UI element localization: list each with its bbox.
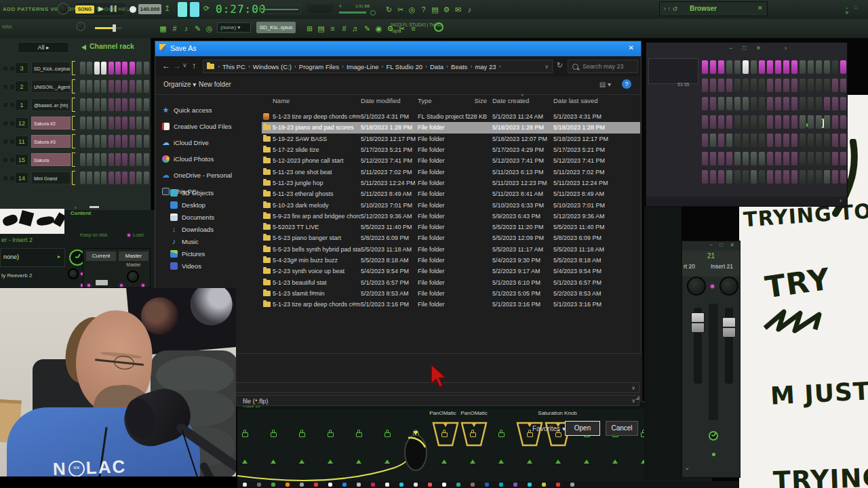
- pattern-cell[interactable]: [743, 97, 749, 110]
- tool-icon-icons-main-7[interactable]: ♪: [464, 3, 475, 16]
- pattern-cell[interactable]: [702, 97, 708, 110]
- file-row[interactable]: 5-1-23 tize arp deep chords c#min5/1/202…: [262, 299, 640, 310]
- sidebar-item-pictures[interactable]: Pictures: [170, 247, 265, 260]
- mixer-knob[interactable]: [127, 270, 139, 283]
- pattern-cell[interactable]: [710, 170, 716, 184]
- taskbar-app-icon[interactable]: [257, 483, 261, 487]
- pattern-cell[interactable]: [767, 79, 773, 92]
- plugin-name[interactable]: ty Reeverb 2: [1, 272, 32, 279]
- file-row[interactable]: 5-5-23 piano banger start5/8/2023 6:09 P…: [262, 232, 640, 243]
- pattern-cell[interactable]: [710, 97, 716, 110]
- pattern-cell[interactable]: [734, 134, 741, 147]
- favorites-button[interactable]: Favorites ▾: [532, 425, 566, 432]
- tool-icon-icons-main-6[interactable]: ✉: [452, 3, 464, 16]
- step-cell[interactable]: [108, 117, 114, 129]
- pattern-cell[interactable]: [808, 134, 814, 147]
- step-cell[interactable]: [122, 117, 127, 129]
- channel-name[interactable]: Sakura #2: [31, 117, 71, 129]
- pattern-cell[interactable]: [743, 170, 749, 184]
- cancel-button[interactable]: Cancel: [606, 421, 638, 436]
- pattern-cell[interactable]: [824, 134, 830, 147]
- step-cell[interactable]: [101, 171, 106, 184]
- column-type[interactable]: Type: [418, 97, 462, 104]
- time-display[interactable]: 0:27:00: [216, 3, 266, 16]
- step-cell[interactable]: [144, 171, 149, 184]
- dialog-close-icon[interactable]: ✕: [629, 44, 634, 52]
- step-cell[interactable]: [87, 80, 92, 93]
- step-cell[interactable]: [115, 171, 121, 184]
- tool-icon-icons-post-6[interactable]: ◉: [373, 22, 384, 35]
- step-cell[interactable]: [94, 153, 100, 166]
- step-cell[interactable]: [80, 153, 85, 166]
- song-mode-toggle[interactable]: SONG: [75, 5, 94, 14]
- step-cell[interactable]: [115, 98, 121, 111]
- step-cell[interactable]: [87, 135, 92, 148]
- tool-icon-icons-main-4[interactable]: ▤: [429, 3, 441, 16]
- step-cell[interactable]: [80, 62, 85, 75]
- pattern-cell[interactable]: [783, 97, 789, 110]
- pattern-cell[interactable]: [734, 170, 741, 184]
- step-cell[interactable]: [115, 62, 121, 75]
- pattern-cell[interactable]: [726, 97, 732, 110]
- step-cell[interactable]: [144, 62, 149, 75]
- volume-slider[interactable]: [95, 27, 122, 29]
- step-cell[interactable]: [101, 135, 106, 148]
- step-cell[interactable]: [144, 117, 149, 129]
- pattern-cell[interactable]: [710, 134, 716, 147]
- tool-icon-icons-post-3[interactable]: #: [338, 22, 350, 35]
- insert-20-label[interactable]: rt 20: [684, 263, 695, 270]
- pattern-cell[interactable]: [840, 170, 846, 184]
- pattern-cell[interactable]: [775, 60, 781, 74]
- tool-icon-icons-post-5[interactable]: ✎: [361, 22, 373, 35]
- step-cell[interactable]: [87, 62, 92, 75]
- pattern-cell[interactable]: [800, 115, 806, 129]
- step-cell[interactable]: [94, 171, 100, 184]
- column-name[interactable]: Name: [273, 97, 361, 104]
- step-cell[interactable]: [136, 171, 142, 184]
- taskbar-app-icon[interactable]: [243, 483, 247, 487]
- pattern-cell[interactable]: [808, 115, 814, 129]
- pattern-cell[interactable]: [726, 170, 732, 184]
- step-cell[interactable]: [144, 80, 149, 93]
- fader-cap-20[interactable]: [691, 312, 705, 333]
- pattern-cell[interactable]: [791, 134, 797, 147]
- mixer-master-label[interactable]: Master: [119, 251, 149, 261]
- pattern-cell[interactable]: [840, 115, 846, 129]
- pattern-cell[interactable]: [759, 115, 765, 129]
- pattern-cell[interactable]: [743, 152, 749, 165]
- mixer-current-label[interactable]: Current: [86, 251, 116, 261]
- taskbar-app-icon[interactable]: [528, 483, 532, 487]
- pattern-cell[interactable]: [816, 170, 822, 184]
- pattern-cell[interactable]: [767, 97, 773, 110]
- step-cell[interactable]: [94, 62, 100, 75]
- file-row[interactable]: 5-5-23 bells synth hybrid pad start5/5/2…: [262, 244, 640, 255]
- channel-row[interactable]: 11Sakura #3: [0, 133, 151, 150]
- pattern-cell[interactable]: [832, 97, 838, 110]
- tool-icon-icons-main-2[interactable]: ◎: [406, 3, 418, 16]
- file-row[interactable]: 5-17-22 slide tize5/17/2023 5:21 PMFile …: [262, 144, 640, 155]
- pattern-cell[interactable]: [816, 60, 822, 74]
- step-cell[interactable]: [108, 171, 114, 184]
- tool-icon-icons-main-3[interactable]: ?: [418, 3, 429, 16]
- channel-number[interactable]: 2: [15, 81, 28, 92]
- channel-row[interactable]: 15Sakura: [0, 151, 151, 169]
- pattern-cell[interactable]: [775, 115, 781, 129]
- tool-icon-icons-pre-0[interactable]: ▦: [157, 22, 169, 35]
- view-mode-icon[interactable]: ▤ ▾: [599, 81, 611, 88]
- pan-knob[interactable]: [76, 22, 85, 31]
- open-button[interactable]: Open: [565, 421, 600, 436]
- breadcrumb-segment[interactable]: FL Studio 20: [384, 63, 425, 70]
- step-cell[interactable]: [108, 153, 114, 166]
- new-folder-button[interactable]: New folder: [199, 81, 231, 88]
- step-cell[interactable]: [101, 117, 106, 129]
- step-cell[interactable]: [130, 135, 135, 148]
- up-icon[interactable]: ↑: [192, 61, 196, 70]
- step-cell[interactable]: [101, 62, 106, 75]
- pattern-cell[interactable]: [726, 60, 732, 74]
- pattern-selector[interactable]: (none) ▾: [217, 22, 251, 33]
- pattern-cell[interactable]: [791, 97, 797, 110]
- forward-icon[interactable]: →: [173, 61, 181, 70]
- master-volume-knob[interactable]: [57, 3, 69, 15]
- taskbar-app-icon[interactable]: [357, 483, 361, 487]
- pattern-cell[interactable]: [791, 79, 797, 92]
